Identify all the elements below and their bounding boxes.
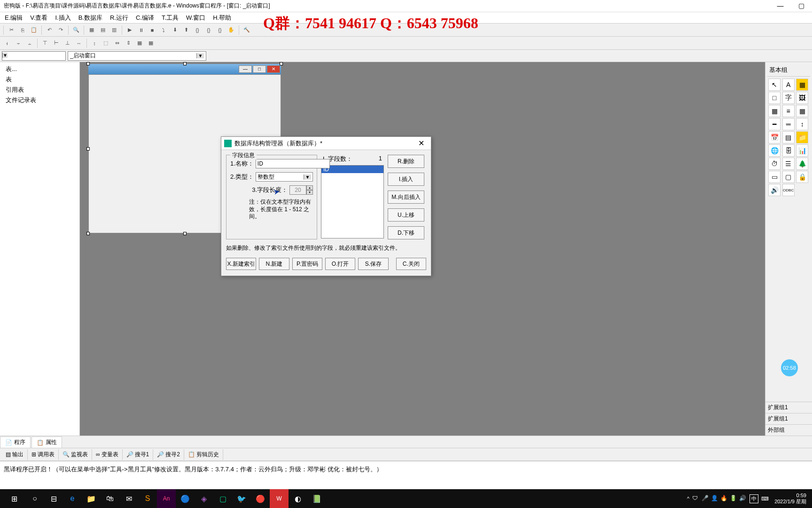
object-combo[interactable]: ▼	[2, 51, 66, 61]
align-left-icon[interactable]: ⫞	[2, 38, 12, 48]
insert-button[interactable]: I.插入	[388, 173, 424, 186]
tray-sound-icon[interactable]: 🔊	[739, 495, 747, 502]
store-icon[interactable]: 🛍	[101, 489, 119, 508]
dtab-search2[interactable]: 🔎 搜寻2	[153, 449, 184, 460]
dialog-close-button[interactable]: ✕	[414, 139, 428, 148]
same-height-icon[interactable]: ↕	[89, 38, 100, 48]
spin-up-icon[interactable]: ▲	[306, 185, 313, 190]
delete-button[interactable]: R.删除	[388, 155, 424, 168]
move-up-button[interactable]: U.上移	[388, 208, 424, 222]
dtab-clipboard[interactable]: 📋 剪辑历史	[184, 449, 223, 460]
tool-timer-icon[interactable]: ⏱	[768, 158, 781, 170]
window-combo[interactable]: _启动窗口 ▼	[68, 51, 206, 61]
design-min-icon[interactable]: —	[239, 65, 252, 73]
align-bottom-icon[interactable]: ⊥	[62, 38, 73, 48]
tool-net-icon[interactable]: 🌐	[768, 144, 781, 157]
build-icon[interactable]: 🔨	[242, 25, 252, 35]
redo-icon[interactable]: ↷	[55, 25, 66, 35]
hand-icon[interactable]: ✋	[226, 25, 236, 35]
undo-icon[interactable]: ↶	[44, 25, 55, 35]
paste-icon[interactable]: 📋	[29, 25, 39, 35]
toolbox-ext2[interactable]: 扩展组1	[765, 413, 812, 424]
copy-icon[interactable]: ⎘	[17, 25, 28, 35]
tool-table-icon[interactable]: ▦	[768, 105, 781, 117]
tab-program[interactable]: 📄程序	[0, 437, 31, 448]
explorer-icon[interactable]: 📁	[82, 489, 101, 508]
menu-help[interactable]: H.帮助	[210, 13, 234, 23]
tool-list-icon[interactable]: ≡	[782, 105, 795, 117]
field-list[interactable]: ID	[321, 165, 384, 238]
tool-textbox-icon[interactable]: □	[768, 92, 781, 104]
step-into-icon[interactable]: ⬇	[170, 25, 180, 35]
same-width-icon[interactable]: ↔	[74, 38, 84, 48]
tool-text-icon[interactable]: 字	[782, 92, 795, 104]
tool-sound-icon[interactable]: 🔊	[768, 184, 781, 196]
elang-icon[interactable]: 📗	[307, 489, 326, 508]
tool-tree-icon[interactable]: 🌲	[796, 158, 808, 170]
chrome-icon[interactable]: 🔴	[251, 489, 270, 508]
design-close-icon[interactable]: ✕	[267, 65, 280, 73]
run-icon[interactable]: ▶	[125, 25, 135, 35]
tool-calendar-icon[interactable]: 📅	[768, 131, 781, 143]
tab-property[interactable]: 📋属性	[31, 437, 62, 448]
same-size-icon[interactable]: ⬚	[101, 38, 111, 48]
dialog-titlebar[interactable]: 数据库结构管理器（新数据库）* ✕	[221, 137, 431, 150]
tree-item-table-ellipsis[interactable]: 表...	[2, 64, 78, 74]
menu-insert[interactable]: I.插入	[52, 13, 73, 23]
align-right-icon[interactable]: ⫠	[24, 38, 35, 48]
tool-label-icon[interactable]: A	[782, 79, 795, 91]
step2-icon[interactable]: {}	[203, 25, 214, 35]
tray-app-icon[interactable]: 👤	[711, 495, 718, 502]
tray-keyboard-icon[interactable]: ⌨	[761, 496, 769, 502]
toolbox-ext1[interactable]: 扩展组1	[765, 402, 812, 413]
layout3-icon[interactable]: ▥	[109, 25, 119, 35]
minimize-button[interactable]: ―	[770, 0, 791, 11]
move-down-button[interactable]: D.下移	[388, 226, 424, 239]
step3-icon[interactable]: {}	[215, 25, 225, 35]
dtab-vartable[interactable]: ∞ 变量表	[92, 449, 123, 460]
tool-tab-icon[interactable]: ▭	[768, 171, 781, 183]
align-middle-icon[interactable]: ⊢	[51, 38, 62, 48]
tray-mic-icon[interactable]: 🎤	[702, 495, 709, 502]
length-spinner[interactable]: ▲▼	[289, 185, 313, 195]
tree-item-table[interactable]: 表	[2, 74, 78, 85]
layout2-icon[interactable]: ▤	[98, 25, 108, 35]
taskbar-clock[interactable]: 0:59 2022/1/9 星期	[772, 492, 809, 505]
tool-progress-icon[interactable]: ═	[782, 118, 795, 130]
maximize-button[interactable]: ▢	[791, 0, 812, 11]
tray-ime[interactable]: 中	[750, 494, 758, 503]
start-button[interactable]: ⊞	[3, 489, 25, 508]
menu-view[interactable]: V.查看	[27, 13, 50, 23]
dist-v-icon[interactable]: ⇕	[123, 38, 133, 48]
tray-battery-icon[interactable]: 🔋	[730, 495, 737, 502]
tool-date-icon[interactable]: ▤	[782, 131, 795, 143]
find-icon[interactable]: 🔍	[71, 25, 81, 35]
tool-folder-icon[interactable]: 📁	[796, 131, 808, 143]
layout1-icon[interactable]: ▦	[86, 25, 97, 35]
toolbox-external[interactable]: 外部组	[765, 424, 812, 436]
tray-shield-icon[interactable]: 🛡	[692, 495, 700, 502]
tool-image-icon[interactable]: ▦	[796, 79, 808, 91]
tool-slider-icon[interactable]: ━	[768, 118, 781, 130]
field-list-item[interactable]: ID	[321, 166, 383, 173]
tree-item-filerecord[interactable]: 文件记录表	[2, 95, 78, 105]
tree-item-reftable[interactable]: 引用表	[2, 85, 78, 95]
sublime-icon[interactable]: S	[138, 489, 157, 508]
vs-icon[interactable]: ◈	[195, 489, 213, 508]
type-select[interactable]: 整数型▼	[256, 172, 313, 182]
edge-icon[interactable]: e	[63, 489, 82, 508]
mail-icon[interactable]: ✉	[119, 489, 138, 508]
length-input[interactable]	[289, 185, 306, 195]
menu-tools[interactable]: T.工具	[159, 13, 181, 23]
step-icon[interactable]: {}	[192, 25, 203, 35]
tool-menu-icon[interactable]: ☰	[782, 158, 795, 170]
dist-h-icon[interactable]: ⇔	[112, 38, 122, 48]
dtab-watch[interactable]: 🔍 监视表	[59, 449, 92, 460]
tool-pointer-icon[interactable]: ↖	[768, 79, 781, 91]
menu-run[interactable]: R.运行	[107, 13, 131, 23]
tool-scroll-icon[interactable]: ↕	[796, 118, 808, 130]
new-button[interactable]: N.新建	[259, 258, 289, 270]
tool-db-icon[interactable]: 🗄	[782, 144, 795, 157]
name-input[interactable]	[256, 159, 330, 168]
tray-fire-icon[interactable]: 🔥	[720, 495, 728, 502]
